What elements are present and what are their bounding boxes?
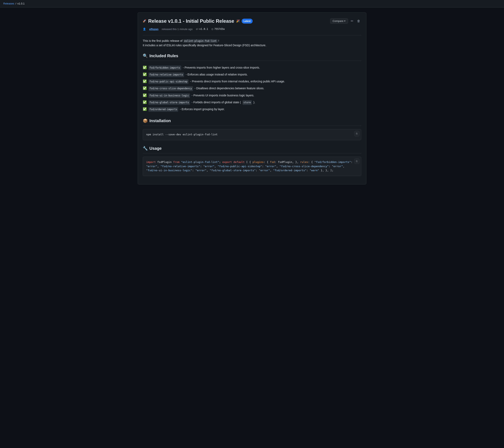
tag-value: v1.0.1: [199, 27, 208, 31]
usage-code: import fsdPlugin from "eslint-plugin-fsd…: [143, 157, 361, 176]
package-emoji: 📦: [143, 117, 148, 124]
rule-name: fsd/no-global-store-imports: [148, 100, 190, 105]
commit-icon: ⊙: [211, 27, 214, 31]
list-item: ✅ fsd/no-ui-in-business-logic - Prevents…: [143, 92, 361, 99]
breadcrumb-separator: /: [15, 2, 16, 6]
wrench-emoji: 🔧: [143, 145, 148, 152]
rule-desc: - Prevents imports from higher layers an…: [183, 65, 260, 70]
package-name-code: eslint-plugin-fsd-lint: [183, 39, 217, 43]
usage-code-block: import fsdPlugin from "eslint-plugin-fsd…: [143, 157, 361, 176]
copy-usage-button[interactable]: ⎘: [354, 158, 360, 164]
tag-item: 🏷 v1.0.1: [196, 27, 208, 31]
rule-desc: - Prevents direct imports from internal …: [190, 79, 285, 84]
rule-name: fsd/no-relative-imports: [148, 72, 184, 77]
author-link[interactable]: effozen: [149, 27, 159, 31]
release-card: 🚀 Release v1.0.1 - Initial Public Releas…: [138, 12, 366, 185]
release-body: This is the first public release of esli…: [143, 39, 361, 176]
breadcrumb-current: v1.0.1: [18, 2, 24, 6]
store-code: store: [242, 100, 252, 105]
author-avatar: 👤: [143, 27, 146, 31]
list-item: ✅ fsd/no-cross-slice-dependency - Disall…: [143, 85, 361, 92]
usage-heading: 🔧 Usage: [143, 145, 361, 153]
installation-heading: 📦 Installation: [143, 117, 361, 126]
delete-button[interactable]: 🗑: [356, 18, 361, 24]
install-code-block: npm install --save-dev eslint-plugin-fsd…: [143, 129, 361, 140]
install-command: npm install --save-dev eslint-plugin-fsd…: [143, 129, 361, 140]
check-icon: ✅: [143, 86, 147, 91]
check-icon: ✅: [143, 79, 147, 84]
magnifier-emoji: 🔍: [143, 53, 148, 59]
rule-desc: - Enforces import grouping by layer.: [180, 107, 225, 111]
released-text: released this 1 minute ago: [162, 27, 193, 31]
rule-desc-post: ).: [253, 100, 255, 104]
release-title: Release v1.0.1 - Initial Public Release: [148, 18, 234, 25]
list-item: ✅ fsd/ordered-imports - Enforces import …: [143, 106, 361, 113]
intro-paragraph: This is the first public release of esli…: [143, 39, 361, 48]
release-title-row: 🚀 Release v1.0.1 - Initial Public Releas…: [143, 18, 252, 25]
latest-badge: Latest: [242, 19, 252, 23]
rocket-emoji: 🚀: [143, 19, 146, 23]
party-emoji: 🎉: [236, 19, 240, 23]
check-icon: ✅: [143, 100, 147, 105]
releases-link[interactable]: Releases: [3, 2, 14, 6]
breadcrumb: Releases / v1.0.1: [0, 0, 504, 7]
rule-desc: - Forbids direct imports of global state…: [192, 100, 241, 104]
divider: [143, 35, 361, 35]
rule-name: fsd/no-public-api-sidestep: [148, 79, 189, 84]
release-meta: 👤 effozen released this 1 minute ago 🏷 v…: [143, 27, 361, 31]
rule-name: fsd/no-cross-slice-dependency: [148, 86, 193, 91]
release-header: 🚀 Release v1.0.1 - Initial Public Releas…: [143, 18, 361, 25]
copy-install-button[interactable]: ⎘: [354, 131, 360, 136]
edit-button[interactable]: ✏: [350, 18, 354, 24]
rule-name: fsd/forbidden-imports: [148, 66, 181, 70]
included-rules-heading: 🔍 Included Rules: [143, 53, 361, 61]
rule-desc: - Prevents UI imports inside business lo…: [192, 93, 254, 97]
main-container: 🚀 Release v1.0.1 - Initial Public Releas…: [134, 7, 370, 190]
list-item: ✅ fsd/no-relative-imports - Enforces ali…: [143, 71, 361, 78]
commit-hash: 7557d3a: [214, 27, 225, 31]
check-icon: ✅: [143, 72, 147, 77]
rule-desc: - Disallows direct dependencies between …: [195, 86, 264, 91]
tag-icon: 🏷: [196, 27, 198, 31]
chevron-down-icon: ▾: [344, 20, 345, 22]
rule-name: fsd/ordered-imports: [148, 107, 178, 112]
list-item: ✅ fsd/forbidden-imports - Prevents impor…: [143, 64, 361, 71]
rule-name: fsd/no-ui-in-business-logic: [148, 93, 190, 98]
rule-desc: - Enforces alias usage instead of relati…: [186, 72, 248, 77]
check-icon: ✅: [143, 93, 147, 98]
list-item: ✅ fsd/no-public-api-sidestep - Prevents …: [143, 78, 361, 85]
rules-list: ✅ fsd/forbidden-imports - Prevents impor…: [143, 64, 361, 113]
commit-item: ⊙ 7557d3a: [211, 27, 225, 31]
check-icon: ✅: [143, 65, 147, 70]
compare-button[interactable]: Compare ▾: [330, 18, 348, 24]
list-item: ✅ fsd/no-global-store-imports - Forbids …: [143, 99, 361, 106]
release-actions: Compare ▾ ✏ 🗑: [330, 18, 361, 24]
check-icon: ✅: [143, 107, 147, 112]
